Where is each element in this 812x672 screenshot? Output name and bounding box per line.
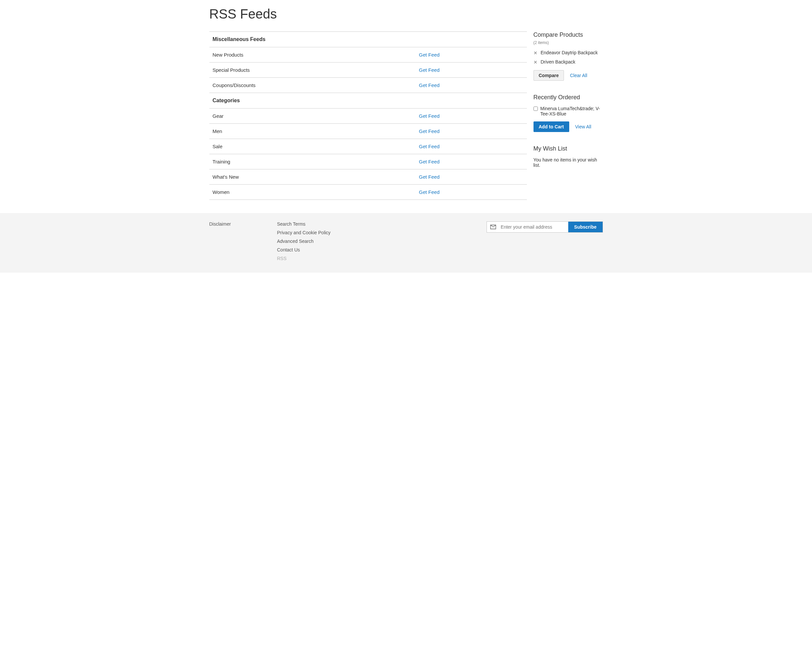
- feed-section-header: Categories: [209, 93, 527, 109]
- feed-label: Men: [209, 124, 416, 139]
- compare-item-name[interactable]: Endeavor Daytrip Backpack: [541, 50, 598, 55]
- get-feed-link[interactable]: Get Feed: [419, 52, 440, 58]
- sidebar: Compare Products (2 items) ✕Endeavor Day…: [534, 31, 603, 200]
- footer-link-current: RSS: [277, 256, 287, 261]
- compare-title: Compare Products: [534, 31, 603, 38]
- footer: Disclaimer Search TermsPrivacy and Cooki…: [0, 213, 812, 273]
- compare-products-block: Compare Products (2 items) ✕Endeavor Day…: [534, 31, 603, 81]
- footer-link[interactable]: Contact Us: [277, 247, 300, 253]
- compare-item: ✕Driven Backpack: [534, 59, 603, 65]
- feed-label: What's New: [209, 169, 416, 185]
- reorder-item: Minerva LumaTech&trade; V-Tee-XS-Blue: [534, 106, 603, 116]
- footer-link[interactable]: Search Terms: [277, 221, 305, 227]
- get-feed-link[interactable]: Get Feed: [419, 67, 440, 73]
- remove-compare-icon[interactable]: ✕: [534, 50, 538, 56]
- feed-label: New Products: [209, 47, 416, 63]
- get-feed-link[interactable]: Get Feed: [419, 82, 440, 88]
- remove-compare-icon[interactable]: ✕: [534, 59, 538, 65]
- footer-link[interactable]: Advanced Search: [277, 239, 314, 244]
- feed-section-header: Miscellaneous Feeds: [209, 32, 527, 47]
- compare-count: (2 items): [534, 40, 603, 45]
- subscribe-button[interactable]: Subscribe: [568, 222, 603, 232]
- get-feed-link[interactable]: Get Feed: [419, 189, 440, 195]
- get-feed-link[interactable]: Get Feed: [419, 174, 440, 180]
- clear-all-link[interactable]: Clear All: [570, 73, 587, 78]
- feed-label: Gear: [209, 109, 416, 124]
- wishlist-empty-text: You have no items in your wish list.: [534, 157, 603, 168]
- get-feed-link[interactable]: Get Feed: [419, 144, 440, 149]
- footer-link[interactable]: Privacy and Cookie Policy: [277, 230, 331, 235]
- recently-ordered-title: Recently Ordered: [534, 94, 603, 101]
- compare-item: ✕Endeavor Daytrip Backpack: [534, 50, 603, 56]
- get-feed-link[interactable]: Get Feed: [419, 113, 440, 119]
- add-to-cart-button[interactable]: Add to Cart: [534, 121, 569, 132]
- feed-label: Sale: [209, 139, 416, 154]
- compare-button[interactable]: Compare: [534, 70, 564, 81]
- newsletter-form: Subscribe: [486, 221, 603, 233]
- feed-label: Training: [209, 154, 416, 169]
- footer-disclaimer[interactable]: Disclaimer: [209, 221, 277, 227]
- get-feed-link[interactable]: Get Feed: [419, 128, 440, 134]
- recently-ordered-block: Recently Ordered Minerva LumaTech&trade;…: [534, 94, 603, 132]
- mail-icon: [487, 222, 499, 232]
- view-all-link[interactable]: View All: [575, 124, 591, 129]
- footer-links: Search TermsPrivacy and Cookie PolicyAdv…: [277, 221, 331, 261]
- newsletter-input[interactable]: [499, 222, 568, 232]
- page-title: RSS Feeds: [209, 0, 603, 31]
- reorder-item-name[interactable]: Minerva LumaTech&trade; V-Tee-XS-Blue: [541, 106, 603, 116]
- feed-label: Women: [209, 185, 416, 200]
- reorder-checkbox[interactable]: [534, 106, 538, 111]
- rss-feeds-table: Miscellaneous FeedsNew ProductsGet FeedS…: [209, 31, 527, 200]
- feed-label: Special Products: [209, 63, 416, 78]
- wishlist-title: My Wish List: [534, 145, 603, 152]
- main-content: Miscellaneous FeedsNew ProductsGet FeedS…: [209, 31, 527, 200]
- get-feed-link[interactable]: Get Feed: [419, 159, 440, 164]
- feed-label: Coupons/Discounts: [209, 78, 416, 93]
- compare-item-name[interactable]: Driven Backpack: [541, 59, 575, 65]
- wishlist-block: My Wish List You have no items in your w…: [534, 145, 603, 168]
